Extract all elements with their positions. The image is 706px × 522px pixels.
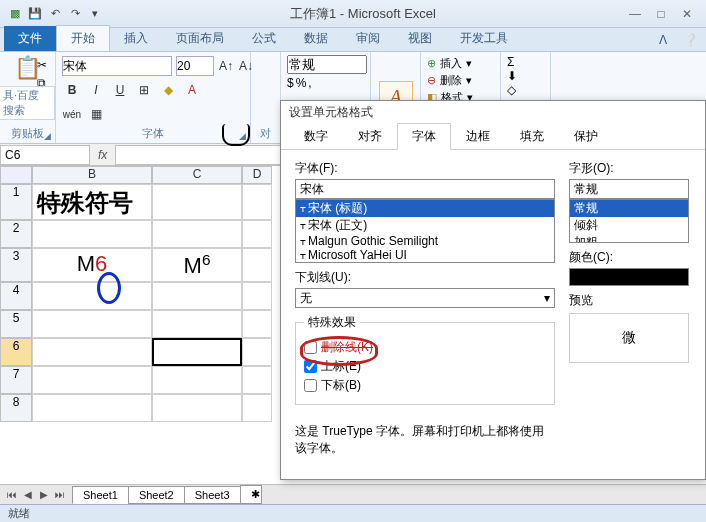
file-tab[interactable]: 文件 (4, 26, 56, 51)
ribbon-minimize-icon[interactable]: ᐱ (651, 29, 675, 51)
dialog-tab-border[interactable]: 边框 (451, 123, 505, 150)
col-header-B[interactable]: B (32, 166, 152, 184)
strike-checkbox[interactable]: 删除线(K) (304, 339, 546, 356)
autosum-button[interactable]: Σ (507, 55, 544, 69)
delete-cells-button[interactable]: ⊖删除 ▾ (427, 72, 494, 89)
home-tab[interactable]: 开始 (56, 25, 110, 51)
layout-tab[interactable]: 页面布局 (162, 26, 238, 51)
comma-icon[interactable]: , (308, 76, 311, 90)
increase-font-icon[interactable]: A↑ (218, 56, 234, 76)
insert-cells-button[interactable]: ⊕插入 ▾ (427, 55, 494, 72)
cell-C1[interactable] (152, 184, 242, 220)
fill-button[interactable]: ⬇ (507, 69, 544, 83)
tab-nav-next[interactable]: ▶ (36, 489, 52, 500)
cell-B6[interactable] (32, 338, 152, 366)
cell-B2[interactable] (32, 220, 152, 248)
row-header-6[interactable]: 6 (0, 338, 32, 366)
dialog-tab-fill[interactable]: 填充 (505, 123, 559, 150)
new-sheet-button[interactable]: ✱ (240, 485, 262, 504)
font-dialog-launcher[interactable]: ◢ (239, 131, 246, 141)
number-format-combo[interactable] (287, 55, 367, 74)
dialog-tab-align[interactable]: 对齐 (343, 123, 397, 150)
bold-button[interactable]: B (62, 80, 82, 100)
cell-C4[interactable] (152, 282, 242, 310)
cell-B7[interactable] (32, 366, 152, 394)
font-color-button[interactable]: A (182, 80, 202, 100)
clipboard-dialog-launcher[interactable]: ◢ (44, 131, 51, 141)
font-list-item[interactable]: ᴛ宋体 (标题) (296, 200, 554, 217)
tab-nav-last[interactable]: ⏭ (52, 489, 68, 500)
save-icon[interactable]: 💾 (26, 5, 44, 23)
cell-B8[interactable] (32, 394, 152, 422)
font-list-item[interactable]: ᴛMicrosoft YaHei UI (296, 248, 554, 262)
row-header-8[interactable]: 8 (0, 394, 32, 422)
dialog-tab-font[interactable]: 字体 (397, 123, 451, 150)
percent-icon[interactable]: % (296, 76, 307, 90)
cell-D5[interactable] (242, 310, 272, 338)
style-list-item[interactable]: 倾斜 (570, 217, 688, 234)
phonetic-button[interactable]: wén (62, 104, 82, 124)
col-header-D[interactable]: D (242, 166, 272, 184)
insert-tab[interactable]: 插入 (110, 26, 162, 51)
row-header-5[interactable]: 5 (0, 310, 32, 338)
color-swatch[interactable] (569, 268, 689, 286)
cell-D6[interactable] (242, 338, 272, 366)
font-name-combo[interactable] (62, 56, 172, 76)
dialog-tab-protect[interactable]: 保护 (559, 123, 613, 150)
cell-C6[interactable] (152, 338, 242, 366)
row-header-7[interactable]: 7 (0, 366, 32, 394)
qat-dropdown-icon[interactable]: ▾ (86, 5, 104, 23)
cell-B3[interactable]: M6 (32, 248, 152, 282)
row-header-2[interactable]: 2 (0, 220, 32, 248)
style-list-item[interactable]: 加粗 (570, 234, 688, 243)
help-icon[interactable]: ❔ (675, 29, 706, 51)
font-list-item[interactable]: ᴛMicrosoft YaHei UI Light (296, 262, 554, 263)
font-name-list[interactable]: ᴛ宋体 (标题) ᴛ宋体 (正文) ᴛMalgun Gothic Semilig… (295, 199, 555, 263)
cell-B4[interactable] (32, 282, 152, 310)
redo-icon[interactable]: ↷ (66, 5, 84, 23)
sheet-tab-3[interactable]: Sheet3 (184, 486, 241, 504)
cell-D3[interactable] (242, 248, 272, 282)
view-tab[interactable]: 视图 (394, 26, 446, 51)
style-list-item[interactable]: 常规 (570, 200, 688, 217)
style-list[interactable]: 常规 倾斜 加粗 加粗倾斜 (569, 199, 689, 243)
formula-tab[interactable]: 公式 (238, 26, 290, 51)
superscript-checkbox[interactable]: 上标(E) (304, 358, 546, 375)
cell-C7[interactable] (152, 366, 242, 394)
close-button[interactable]: ✕ (674, 4, 700, 24)
subscript-checkbox[interactable]: 下标(B) (304, 377, 546, 394)
sheet-tab-1[interactable]: Sheet1 (72, 486, 129, 504)
col-header-C[interactable]: C (152, 166, 242, 184)
dialog-tab-number[interactable]: 数字 (289, 123, 343, 150)
italic-button[interactable]: I (86, 80, 106, 100)
fill-color-button[interactable]: ◆ (158, 80, 178, 100)
border-button[interactable]: ⊞ (134, 80, 154, 100)
cell-B5[interactable] (32, 310, 152, 338)
cell-B1[interactable]: 特殊符号 (32, 184, 152, 220)
tab-nav-first[interactable]: ⏮ (4, 489, 20, 500)
cell-C2[interactable] (152, 220, 242, 248)
row-header-1[interactable]: 1 (0, 184, 32, 220)
row-header-3[interactable]: 3 (0, 248, 32, 282)
name-box[interactable] (0, 145, 90, 165)
undo-icon[interactable]: ↶ (46, 5, 64, 23)
currency-icon[interactable]: $ (287, 76, 294, 90)
cell-C8[interactable] (152, 394, 242, 422)
font-size-combo[interactable] (176, 56, 214, 76)
fx-icon[interactable]: fx (90, 148, 115, 162)
select-all-corner[interactable] (0, 166, 32, 184)
maximize-button[interactable]: □ (648, 4, 674, 24)
font-name-input[interactable] (295, 179, 555, 199)
style-input[interactable] (569, 179, 689, 199)
font-list-item[interactable]: ᴛ宋体 (正文) (296, 217, 554, 234)
cut-icon[interactable]: ✂ (37, 58, 49, 72)
dev-tab[interactable]: 开发工具 (446, 26, 522, 51)
data-tab[interactable]: 数据 (290, 26, 342, 51)
borders-button[interactable]: ▦ (86, 104, 106, 124)
row-header-4[interactable]: 4 (0, 282, 32, 310)
cell-D2[interactable] (242, 220, 272, 248)
cell-C3[interactable]: M6 (152, 248, 242, 282)
minimize-button[interactable]: — (622, 4, 648, 24)
review-tab[interactable]: 审阅 (342, 26, 394, 51)
cell-D7[interactable] (242, 366, 272, 394)
